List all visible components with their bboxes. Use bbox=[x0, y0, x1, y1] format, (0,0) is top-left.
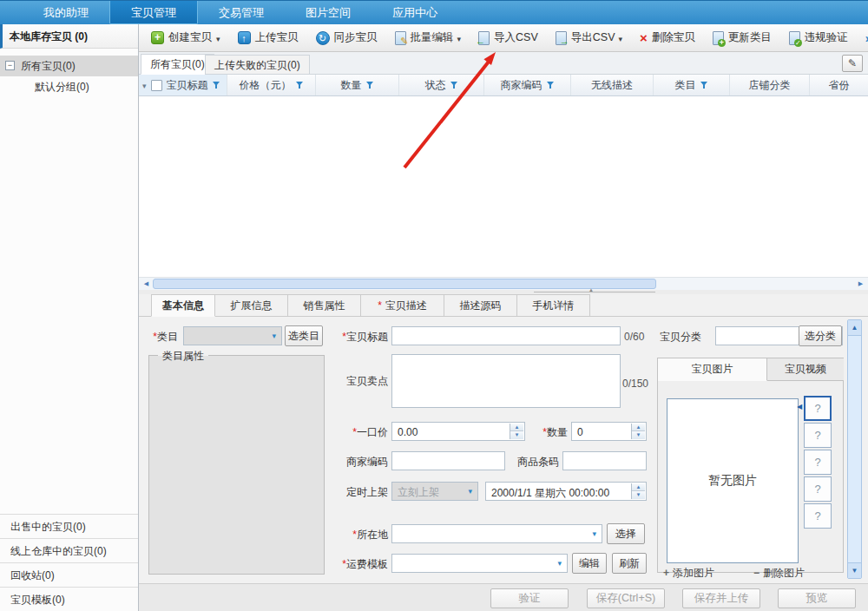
filter-icon[interactable] bbox=[213, 81, 220, 89]
item-title-input[interactable] bbox=[391, 326, 621, 345]
price-input[interactable]: 0.00 bbox=[391, 422, 525, 441]
table-body-empty[interactable] bbox=[139, 96, 868, 277]
preview-button[interactable]: 预览 bbox=[778, 588, 856, 608]
column-header-title[interactable]: 宝贝标题 bbox=[139, 75, 227, 95]
violation-check-button[interactable]: 违规验证 bbox=[789, 30, 848, 45]
column-header-category[interactable]: 类目 bbox=[654, 75, 730, 95]
freight-template-select[interactable] bbox=[391, 554, 568, 573]
filter-icon[interactable] bbox=[296, 81, 304, 89]
selling-point-textarea[interactable] bbox=[391, 354, 621, 408]
column-header-province[interactable]: 省份 bbox=[810, 75, 868, 95]
vertical-scrollbar[interactable] bbox=[847, 319, 862, 579]
schedule-label: 定时上架 bbox=[295, 485, 388, 499]
choose-location-button[interactable]: 选择 bbox=[607, 523, 645, 544]
tree-item-all-items[interactable]: 所有宝贝(0) bbox=[0, 56, 138, 76]
tab-item-description[interactable]: * 宝贝描述 bbox=[361, 294, 444, 317]
splitter-collapse-icon[interactable] bbox=[589, 287, 594, 292]
freight-refresh-button[interactable]: 刷新 bbox=[612, 553, 647, 574]
stepper-up-icon[interactable] bbox=[632, 424, 645, 431]
tree-item-default-group[interactable]: 默认分组(0) bbox=[0, 76, 138, 97]
tab-sales-attributes[interactable]: 销售属性 bbox=[288, 294, 361, 317]
nav-tab-image-space[interactable]: 图片空间 bbox=[285, 1, 372, 24]
export-csv-button[interactable]: 导出CSV bbox=[556, 30, 622, 45]
price-stepper[interactable] bbox=[510, 424, 523, 439]
freight-edit-button[interactable]: 编辑 bbox=[572, 553, 607, 574]
tree-collapse-icon[interactable] bbox=[5, 61, 15, 70]
image-thumb-slot[interactable]: ? bbox=[804, 503, 832, 529]
filter-icon[interactable] bbox=[450, 81, 458, 89]
image-thumb-slot[interactable]: ? bbox=[804, 450, 832, 475]
chevron-down-icon[interactable] bbox=[618, 32, 622, 44]
remove-image-link[interactable]: −删除图片 bbox=[753, 566, 805, 581]
schedule-select[interactable]: 立刻上架 bbox=[391, 482, 478, 501]
save-and-upload-button[interactable]: 保存并上传 bbox=[682, 588, 760, 608]
tab-mobile-detail[interactable]: 手机详情 bbox=[517, 294, 590, 317]
sidebar-item-on-sale[interactable]: 出售中的宝贝(0) bbox=[0, 514, 138, 538]
seller-code-input[interactable] bbox=[391, 451, 505, 470]
upload-item-button[interactable]: 上传宝贝 bbox=[238, 30, 299, 45]
update-category-button[interactable]: 更新类目 bbox=[713, 30, 772, 45]
nav-tab-my-assistant[interactable]: 我的助理 bbox=[23, 1, 109, 24]
chevron-down-icon[interactable] bbox=[457, 32, 462, 44]
image-thumb-slot[interactable]: ? bbox=[804, 476, 832, 502]
sidebar-item-recycle-bin[interactable]: 回收站(0) bbox=[0, 562, 138, 587]
image-thumb-slot[interactable]: ? bbox=[804, 396, 832, 421]
tab-all-items[interactable]: 所有宝贝(0) bbox=[141, 54, 214, 75]
export-csv-label: 导出CSV bbox=[571, 30, 615, 45]
barcode-input[interactable] bbox=[562, 451, 647, 470]
column-header-price[interactable]: 价格（元） bbox=[227, 75, 316, 95]
scrollbar-thumb[interactable] bbox=[153, 279, 656, 289]
sync-icon bbox=[316, 31, 330, 45]
horizontal-scrollbar[interactable] bbox=[139, 277, 868, 290]
add-image-link[interactable]: +添加图片 bbox=[663, 566, 714, 581]
validate-button[interactable]: 验证 bbox=[490, 588, 569, 608]
chevron-down-icon[interactable] bbox=[216, 32, 220, 44]
filter-icon[interactable] bbox=[547, 81, 555, 89]
batch-edit-button[interactable]: 批量编辑 bbox=[395, 30, 462, 45]
column-header-shop-category[interactable]: 店铺分类 bbox=[730, 75, 810, 95]
filter-icon[interactable] bbox=[700, 81, 708, 89]
tab-extended-info[interactable]: 扩展信息 bbox=[215, 294, 288, 317]
stepper-down-icon[interactable] bbox=[632, 431, 645, 439]
scroll-up-icon[interactable] bbox=[848, 320, 861, 336]
select-all-checkbox[interactable] bbox=[151, 80, 162, 91]
column-header-seller-code[interactable]: 商家编码 bbox=[484, 75, 571, 95]
nav-tab-app-center[interactable]: 应用中心 bbox=[372, 1, 458, 24]
scroll-right-icon[interactable] bbox=[854, 278, 867, 290]
stepper-down-icon[interactable] bbox=[632, 491, 645, 499]
nav-tab-trade-management[interactable]: 交易管理 bbox=[198, 1, 285, 24]
edit-columns-button[interactable] bbox=[842, 55, 863, 72]
save-button[interactable]: 保存(Ctrl+S) bbox=[587, 588, 665, 608]
sidebar-item-item-templates[interactable]: 宝贝模板(0) bbox=[0, 587, 138, 611]
column-header-quantity[interactable]: 数量 bbox=[316, 75, 399, 95]
tab-item-images[interactable]: 宝贝图片 bbox=[658, 358, 767, 381]
sidebar-item-online-warehouse[interactable]: 线上仓库中的宝贝(0) bbox=[0, 538, 138, 562]
column-label: 商家编码 bbox=[501, 78, 542, 93]
nav-tab-item-management[interactable]: 宝贝管理 bbox=[109, 1, 198, 24]
stepper-up-icon[interactable] bbox=[510, 424, 523, 431]
scroll-down-icon[interactable] bbox=[848, 562, 861, 578]
filter-icon[interactable] bbox=[366, 81, 374, 89]
image-thumb-slot[interactable]: ? bbox=[804, 423, 832, 448]
tab-basic-info[interactable]: 基本信息 bbox=[151, 294, 215, 317]
sync-item-button[interactable]: 同步宝贝 bbox=[316, 30, 378, 45]
column-header-status[interactable]: 状态 bbox=[399, 75, 484, 95]
chevron-down-icon[interactable] bbox=[142, 79, 147, 91]
column-header-wireless-desc[interactable]: 无线描述 bbox=[571, 75, 654, 95]
import-csv-button[interactable]: 导入CSV bbox=[478, 30, 538, 45]
choose-classify-button[interactable]: 选分类 bbox=[799, 325, 842, 346]
create-item-button[interactable]: 创建宝贝 bbox=[151, 30, 220, 45]
tab-upload-failed-items[interactable]: 上传失败的宝贝(0) bbox=[205, 55, 310, 75]
stepper-down-icon[interactable] bbox=[510, 431, 523, 439]
tab-description-source[interactable]: 描述源码 bbox=[444, 294, 517, 317]
tab-item-video[interactable]: 宝贝视频 bbox=[767, 358, 844, 381]
category-select[interactable] bbox=[183, 326, 282, 345]
quantity-input[interactable]: 0 bbox=[571, 422, 647, 441]
stepper-up-icon[interactable] bbox=[632, 483, 645, 491]
schedule-datetime-input[interactable]: 2000/1/1 星期六 00:00:00 bbox=[485, 482, 647, 501]
quantity-stepper[interactable] bbox=[631, 424, 645, 439]
scroll-left-icon[interactable] bbox=[140, 278, 153, 290]
location-select[interactable] bbox=[391, 524, 602, 543]
datetime-stepper[interactable] bbox=[631, 483, 645, 499]
delete-item-button[interactable]: 删除宝贝 bbox=[640, 30, 695, 45]
